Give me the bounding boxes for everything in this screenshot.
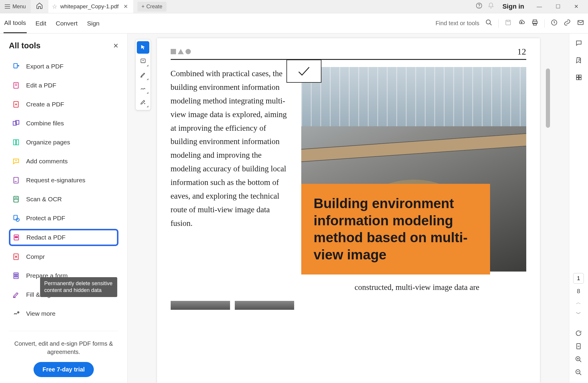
find-label[interactable]: Find text or tools — [435, 20, 479, 27]
thumbnail-row — [171, 301, 526, 310]
tab-close-button[interactable]: ✕ — [122, 3, 130, 10]
tab-all-tools[interactable]: All tools — [4, 13, 27, 33]
footer-text: Convert, edit and e-sign PDF forms & agr… — [9, 339, 118, 356]
create-button[interactable]: + Create — [137, 2, 167, 12]
combine-icon — [12, 119, 20, 127]
home-button[interactable] — [31, 2, 48, 11]
page-body: Combined with practical cases, the build… — [171, 67, 526, 272]
sticky-note-tool[interactable] — [137, 55, 149, 67]
fillsign-icon — [12, 291, 20, 299]
right-rail: 1 8 ︿ ﹀ — [569, 33, 588, 383]
mail-icon[interactable] — [577, 19, 584, 28]
zoom-in-icon[interactable] — [575, 356, 582, 365]
bookmark-panel-icon[interactable] — [575, 57, 582, 66]
export-icon — [12, 62, 20, 71]
sidebar-footer: Convert, edit and e-sign PDF forms & agr… — [9, 331, 118, 377]
link-icon[interactable] — [564, 19, 571, 28]
maximize-button[interactable]: ☐ — [551, 1, 565, 12]
tool-label: Compr — [26, 253, 45, 260]
star-icon[interactable]: ☆ — [52, 3, 57, 10]
zoom-out-icon[interactable] — [575, 369, 582, 378]
thumbnail-image — [235, 301, 294, 310]
thumbnail-image — [171, 301, 230, 310]
search-icon[interactable] — [485, 19, 492, 28]
create-icon — [12, 100, 20, 108]
hamburger-icon — [5, 4, 10, 9]
svg-point-26 — [18, 312, 19, 313]
scan-icon — [12, 195, 20, 203]
header-shapes-icon — [171, 49, 191, 54]
document-tab[interactable]: ☆ whitepaper_Copy-1.pdf ✕ — [48, 0, 133, 13]
main-area: All tools ✕ Export a PDFEdit a PDFCreate… — [0, 33, 588, 383]
tool-item-esign[interactable]: Request e-signatures — [9, 172, 118, 189]
tool-item-compress[interactable]: Compr — [9, 248, 118, 265]
select-tool[interactable] — [137, 41, 149, 54]
tool-label: Add comments — [26, 158, 68, 165]
svg-rect-25 — [15, 276, 18, 277]
create-label: Create — [146, 4, 162, 10]
svg-rect-14 — [13, 140, 16, 145]
tool-item-organize[interactable]: Organize pages — [9, 134, 118, 151]
svg-rect-30 — [579, 78, 581, 80]
main-toolbar: All tools Edit Convert Sign Find text or… — [0, 13, 588, 33]
document-viewport[interactable]: 12 Combined with practical cases, the bu… — [128, 33, 569, 383]
page-number: 12 — [517, 47, 526, 57]
print-icon[interactable] — [531, 19, 538, 28]
toolbar-tabs: All tools Edit Convert Sign — [4, 13, 100, 33]
tab-convert[interactable]: Convert — [55, 13, 78, 33]
sidebar-close-button[interactable]: ✕ — [113, 42, 118, 50]
tool-item-create[interactable]: Create a PDF — [9, 96, 118, 113]
tool-label: Create a PDF — [26, 101, 64, 108]
tab-sign[interactable]: Sign — [86, 13, 100, 33]
esign-icon — [12, 176, 20, 184]
home-icon — [36, 2, 43, 9]
tool-label: View more — [26, 310, 56, 317]
thumbnails-panel-icon[interactable] — [575, 74, 582, 83]
comment-panel-icon[interactable] — [575, 39, 582, 48]
free-trial-button[interactable]: Free 7-day trial — [34, 362, 93, 377]
sign-tool[interactable] — [137, 96, 149, 108]
draw-icon — [140, 85, 146, 92]
current-page-input[interactable]: 1 — [573, 273, 584, 284]
checkmark-annotation[interactable] — [286, 60, 321, 83]
protect-icon — [12, 214, 20, 222]
tool-label: Redact a PDF — [26, 234, 66, 241]
page-navigator: 1 8 ︿ ﹀ — [570, 273, 587, 378]
svg-rect-29 — [576, 78, 579, 80]
svg-rect-18 — [14, 215, 17, 220]
rotate-icon[interactable] — [575, 330, 582, 339]
tool-item-edit[interactable]: Edit a PDF — [9, 77, 118, 94]
menu-button[interactable]: Menu — [0, 0, 31, 13]
tool-item-scan[interactable]: Scan & OCR — [9, 191, 118, 208]
sidebar-header: All tools ✕ — [9, 41, 118, 50]
divider — [544, 19, 545, 28]
svg-rect-21 — [15, 237, 18, 238]
tool-item-protect[interactable]: Protect a PDF — [9, 210, 118, 226]
fit-page-icon[interactable] — [575, 343, 582, 352]
tools-sidebar: All tools ✕ Export a PDFEdit a PDFCreate… — [0, 33, 128, 383]
pdf-page: 12 Combined with practical cases, the bu… — [157, 38, 540, 383]
highlighter-icon — [140, 71, 146, 78]
tool-label: Organize pages — [26, 139, 70, 146]
highlight-tool[interactable] — [137, 68, 149, 81]
tool-item-combine[interactable]: Combine files — [9, 115, 118, 132]
save-icon[interactable] — [505, 19, 512, 28]
tool-item-export[interactable]: Export a PDF — [9, 58, 118, 75]
tool-item-comment[interactable]: Add comments — [9, 153, 118, 170]
minimize-button[interactable]: — — [532, 2, 546, 12]
ai-icon[interactable] — [551, 19, 558, 28]
scrollbar-thumb[interactable] — [546, 68, 550, 128]
tab-edit[interactable]: Edit — [35, 13, 47, 33]
page-down-button[interactable]: ﹀ — [576, 310, 581, 317]
bell-icon[interactable] — [488, 2, 494, 11]
pen-icon — [140, 99, 146, 105]
signin-button[interactable]: Sign in — [500, 3, 527, 10]
draw-tool[interactable] — [137, 82, 149, 95]
compress-icon — [12, 253, 20, 261]
page-up-button[interactable]: ︿ — [576, 299, 581, 306]
tool-item-more[interactable]: View more — [9, 305, 118, 322]
help-icon[interactable] — [476, 2, 482, 11]
close-window-button[interactable]: ✕ — [570, 1, 583, 12]
cloud-icon[interactable] — [518, 19, 525, 28]
tool-item-redact[interactable]: Redact a PDF — [9, 229, 118, 246]
